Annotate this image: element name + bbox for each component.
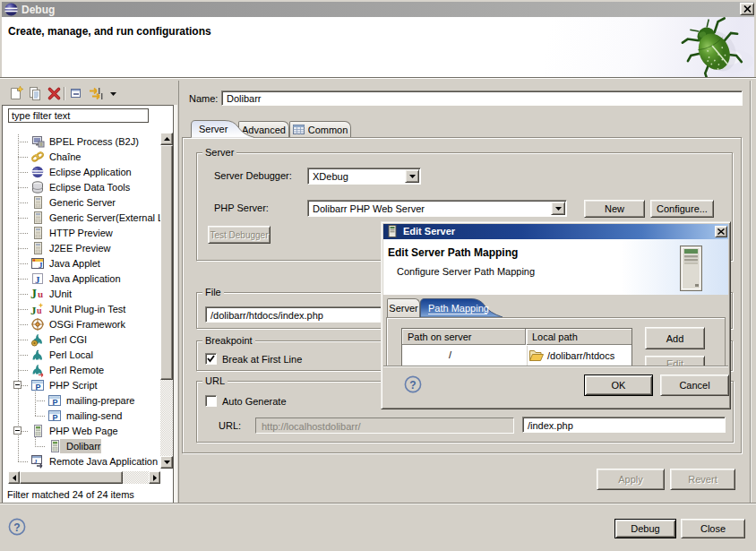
- svg-text:u: u: [37, 306, 42, 315]
- svg-text:J: J: [35, 274, 40, 285]
- svg-text:?: ?: [13, 521, 20, 534]
- svg-text:J: J: [34, 458, 38, 465]
- svg-text:?: ?: [409, 379, 416, 392]
- svg-text:P: P: [53, 413, 58, 422]
- svg-text:P: P: [53, 398, 58, 407]
- svg-text:J: J: [30, 304, 37, 316]
- svg-text:u: u: [38, 288, 43, 299]
- svg-text:P: P: [36, 383, 41, 392]
- svg-text:J: J: [39, 261, 43, 270]
- svg-text:J: J: [30, 288, 37, 301]
